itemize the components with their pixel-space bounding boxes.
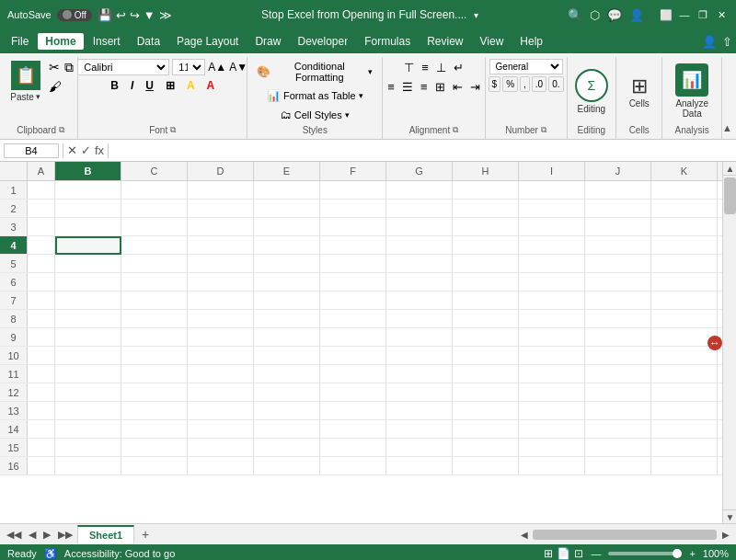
cell-I8[interactable] <box>519 310 585 328</box>
number-format-select[interactable]: General <box>489 59 563 74</box>
sheet-nav-left[interactable]: ◀◀ <box>4 529 24 541</box>
cell-A16[interactable] <box>28 457 55 475</box>
cell-H11[interactable] <box>453 365 519 383</box>
cell-F15[interactable] <box>320 439 386 457</box>
row-num-2[interactable]: 2 <box>0 200 28 218</box>
cell-J11[interactable] <box>585 365 651 383</box>
paste-dropdown-icon[interactable]: ▾ <box>36 92 40 101</box>
paste-button[interactable]: 📋 Paste ▾ <box>6 59 44 104</box>
cell-K1[interactable] <box>651 181 718 200</box>
cell-G13[interactable] <box>386 402 453 420</box>
cell-F3[interactable] <box>320 218 386 236</box>
cell-H4[interactable] <box>453 236 519 255</box>
cell-E7[interactable] <box>254 291 320 310</box>
cell-K5[interactable] <box>651 255 718 273</box>
col-header-e[interactable]: E <box>254 162 320 180</box>
font-expand-icon[interactable]: ⧉ <box>170 125 176 135</box>
cell-B13[interactable] <box>55 402 121 420</box>
cell-H3[interactable] <box>453 218 519 236</box>
cell-G2[interactable] <box>386 200 453 218</box>
cell-H5[interactable] <box>453 255 519 273</box>
format-painter-icon[interactable]: 🖌 <box>48 78 63 95</box>
scroll-down-button[interactable]: ▼ <box>723 509 736 523</box>
conditional-formatting-button[interactable]: 🎨 Conditional Formatting ▾ <box>253 59 376 85</box>
cell-F13[interactable] <box>320 402 386 420</box>
formula-input[interactable] <box>112 145 732 156</box>
cell-E14[interactable] <box>254 420 320 439</box>
cell-D13[interactable] <box>188 402 254 420</box>
cell-D2[interactable] <box>188 200 254 218</box>
cells-button[interactable]: ⊞ Cells <box>626 71 653 112</box>
row-num-12[interactable]: 12 <box>0 383 28 402</box>
scroll-thumb[interactable] <box>724 177 736 214</box>
cell-C12[interactable] <box>121 383 188 402</box>
account-icon[interactable]: 👤 <box>629 8 644 22</box>
cell-K6[interactable] <box>651 273 718 291</box>
cell-H14[interactable] <box>453 420 519 439</box>
fill-color-button[interactable]: A <box>182 77 200 94</box>
cell-G10[interactable] <box>386 347 453 365</box>
confirm-formula-icon[interactable]: ✓ <box>81 143 91 157</box>
row-num-11[interactable]: 11 <box>0 365 28 383</box>
cell-K12[interactable] <box>651 383 718 402</box>
comma-button[interactable]: , <box>520 76 530 92</box>
col-header-g[interactable]: G <box>386 162 453 180</box>
cell-I13[interactable] <box>519 402 585 420</box>
cell-J16[interactable] <box>585 457 651 475</box>
wrap-text-button[interactable]: ↵ <box>451 59 466 76</box>
cell-G5[interactable] <box>386 255 453 273</box>
cell-C10[interactable] <box>121 347 188 365</box>
cell-H15[interactable] <box>453 439 519 457</box>
save-icon[interactable]: 💾 <box>98 8 112 22</box>
decrease-decimal-button[interactable]: 0. <box>548 76 563 92</box>
font-size-select[interactable]: 11 <box>172 59 205 75</box>
cell-A3[interactable] <box>28 218 55 236</box>
cell-K2[interactable] <box>651 200 718 218</box>
user-menu-icon[interactable]: 👤 <box>702 35 717 49</box>
cell-E6[interactable] <box>254 273 320 291</box>
cell-D16[interactable] <box>188 457 254 475</box>
cell-H12[interactable] <box>453 383 519 402</box>
scroll-up-button[interactable]: ▲ <box>723 162 736 176</box>
cell-K4[interactable] <box>651 236 718 255</box>
cell-I14[interactable] <box>519 420 585 439</box>
cell-B9[interactable] <box>55 328 121 347</box>
cell-K16[interactable] <box>651 457 718 475</box>
cell-D14[interactable] <box>188 420 254 439</box>
menu-item-developer[interactable]: Developer <box>290 33 355 50</box>
cell-A7[interactable] <box>28 291 55 310</box>
decrease-font-icon[interactable]: A▼ <box>229 61 247 74</box>
cell-E16[interactable] <box>254 457 320 475</box>
col-header-i[interactable]: I <box>519 162 585 180</box>
zoom-out-icon[interactable]: — <box>591 548 601 559</box>
cell-C15[interactable] <box>121 439 188 457</box>
row-num-8[interactable]: 8 <box>0 310 28 328</box>
cell-J4[interactable] <box>585 236 651 255</box>
cell-B12[interactable] <box>55 383 121 402</box>
align-right-button[interactable]: ≡ <box>418 78 431 96</box>
menu-item-home[interactable]: Home <box>38 33 83 50</box>
cell-C16[interactable] <box>121 457 188 475</box>
cell-K10[interactable] <box>651 347 718 365</box>
cell-B10[interactable] <box>55 347 121 365</box>
cell-K3[interactable] <box>651 218 718 236</box>
cell-F7[interactable] <box>320 291 386 310</box>
indent-decrease-button[interactable]: ⇤ <box>450 78 466 96</box>
cell-F10[interactable] <box>320 347 386 365</box>
cell-H6[interactable] <box>453 273 519 291</box>
align-top-button[interactable]: ⊤ <box>401 59 417 76</box>
cell-E9[interactable] <box>254 328 320 347</box>
menu-item-draw[interactable]: Draw <box>247 33 288 50</box>
cell-A11[interactable] <box>28 365 55 383</box>
cell-B1[interactable] <box>55 181 121 200</box>
cell-B16[interactable] <box>55 457 121 475</box>
cell-J3[interactable] <box>585 218 651 236</box>
cell-E10[interactable] <box>254 347 320 365</box>
cell-I15[interactable] <box>519 439 585 457</box>
cell-F5[interactable] <box>320 255 386 273</box>
cell-H2[interactable] <box>453 200 519 218</box>
cell-A2[interactable] <box>28 200 55 218</box>
page-break-icon[interactable]: ⊡ <box>574 547 583 560</box>
cell-C5[interactable] <box>121 255 188 273</box>
share-icon[interactable]: ⬡ <box>590 8 600 22</box>
